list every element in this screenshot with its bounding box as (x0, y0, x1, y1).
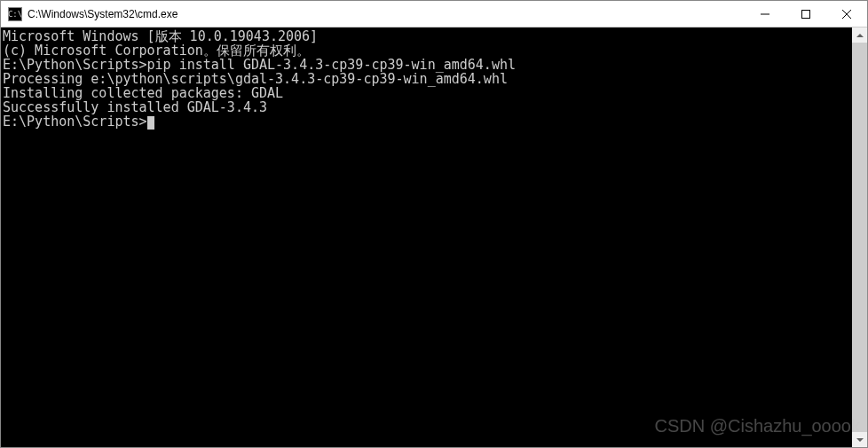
minimize-button[interactable] (745, 1, 785, 27)
maximize-icon (801, 10, 810, 19)
terminal-line: Microsoft Windows [版本 10.0.19043.2006] (3, 29, 850, 43)
scroll-thumb[interactable] (852, 43, 867, 432)
terminal-line: E:\Python\Scripts> (3, 114, 850, 130)
close-icon (842, 10, 851, 19)
scrollbar[interactable] (852, 28, 867, 447)
scroll-up-button[interactable] (852, 28, 867, 43)
window-controls (745, 1, 867, 27)
terminal-line: Successfully installed GDAL-3.4.3 (3, 100, 850, 114)
minimize-icon (761, 10, 769, 19)
terminal-content[interactable]: Microsoft Windows [版本 10.0.19043.2006](c… (1, 28, 852, 447)
terminal-line: (c) Microsoft Corporation。保留所有权利。 (3, 43, 850, 58)
prompt-text: E:\Python\Scripts> (3, 114, 147, 130)
cmd-window: C:\ C:\Windows\System32\cmd.exe Microsof… (0, 0, 868, 448)
terminal-line: Processing e:\python\scripts\gdal-3.4.3-… (3, 72, 850, 86)
chevron-down-icon (856, 438, 864, 442)
scroll-down-button[interactable] (852, 432, 867, 447)
titlebar[interactable]: C:\ C:\Windows\System32\cmd.exe (1, 1, 867, 28)
cursor (147, 116, 154, 130)
maximize-button[interactable] (785, 1, 826, 27)
terminal-line: Installing collected packages: GDAL (3, 86, 850, 100)
svg-rect-1 (802, 10, 810, 18)
scroll-track[interactable] (852, 43, 867, 432)
window-title: C:\Windows\System32\cmd.exe (28, 8, 745, 20)
chevron-up-icon (856, 34, 864, 37)
svg-marker-4 (856, 34, 864, 37)
terminal-body: Microsoft Windows [版本 10.0.19043.2006](c… (1, 28, 867, 447)
close-button[interactable] (826, 1, 867, 27)
cmd-icon: C:\ (8, 7, 22, 21)
terminal-line: E:\Python\Scripts>pip install GDAL-3.4.3… (3, 58, 850, 72)
svg-marker-5 (856, 438, 864, 442)
